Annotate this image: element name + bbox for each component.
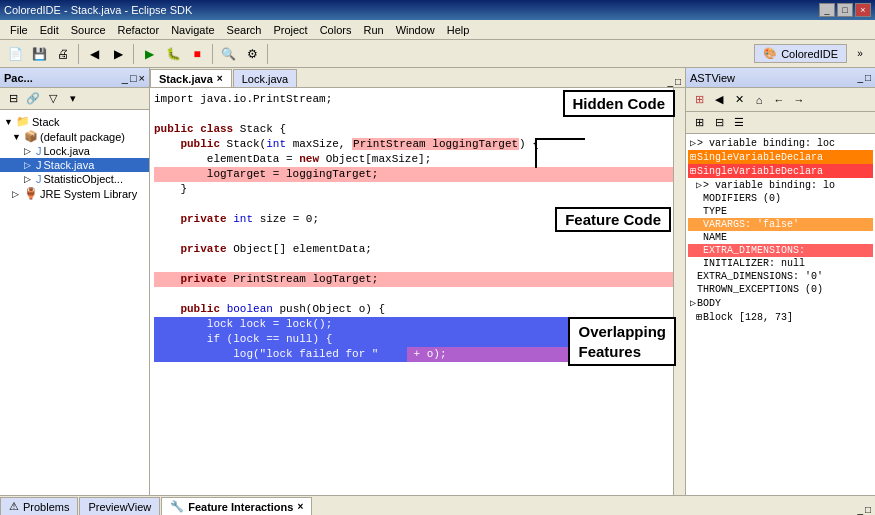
ast-item-extra-dim[interactable]: EXTRA_DIMENSIONS: xyxy=(688,244,873,257)
tab-close-icon[interactable]: × xyxy=(217,73,223,84)
bottom-panel-controls: _ □ xyxy=(853,504,875,515)
ast-expand-arrow xyxy=(690,271,696,282)
tree-item-label: JRE System Library xyxy=(40,188,137,200)
menu-refactor[interactable]: Refactor xyxy=(112,22,166,38)
collapse-all-icon[interactable]: ⊟ xyxy=(4,90,22,108)
ast-item-body[interactable]: ▷ BODY xyxy=(688,296,873,310)
run-button[interactable]: ▶ xyxy=(138,43,160,65)
minimize-panel-icon[interactable]: _ xyxy=(122,72,128,84)
save-button[interactable]: 💾 xyxy=(28,43,50,65)
tab-close-icon[interactable]: × xyxy=(297,501,303,512)
ast-item-varargs[interactable]: VARARGS: 'false' xyxy=(688,218,873,231)
ast-item-name[interactable]: NAME xyxy=(688,231,873,244)
tree-item-statistic[interactable]: ▷ J StatisticObject... xyxy=(0,172,149,186)
menu-project[interactable]: Project xyxy=(267,22,313,38)
menu-help[interactable]: Help xyxy=(441,22,476,38)
ast-item-label: MODIFIERS (0) xyxy=(703,193,781,204)
editor-scrollbar[interactable] xyxy=(673,88,685,495)
ast-item-single-var-2[interactable]: ⊞ SingleVariableDeclara xyxy=(688,164,873,178)
menu-file[interactable]: File xyxy=(4,22,34,38)
debug-button[interactable]: 🐛 xyxy=(162,43,184,65)
ast-item-block[interactable]: ⊞ Block [128, 73] xyxy=(688,310,873,324)
ast-expand-arrow: ⊞ xyxy=(690,165,696,177)
editor-tabs: Stack.java × Lock.java _ □ xyxy=(150,68,685,88)
ast-delete-icon[interactable]: ✕ xyxy=(730,91,748,109)
tree-item-stack[interactable]: ▼ 📁 Stack xyxy=(0,114,149,129)
ast-maximize-icon[interactable]: □ xyxy=(865,72,871,83)
code-block: import java.io.PrintStream; public class… xyxy=(154,92,681,362)
close-button[interactable]: × xyxy=(855,3,871,17)
menu-bar: File Edit Source Refactor Navigate Searc… xyxy=(0,20,875,40)
tree-item-lock-java[interactable]: ▷ J Lock.java xyxy=(0,144,149,158)
tab-label: Feature Interactions xyxy=(188,501,293,513)
ast-minimize-icon[interactable]: _ xyxy=(857,72,863,83)
ast-expand-icon[interactable]: ⊞ xyxy=(690,114,708,132)
ast-item-variable-binding[interactable]: ▷ > variable binding: loc xyxy=(688,136,873,150)
menu-window[interactable]: Window xyxy=(390,22,441,38)
code-line-14 xyxy=(154,287,681,302)
ast-item-extra-dim2[interactable]: EXTRA_DIMENSIONS: '0' xyxy=(688,270,873,283)
code-line-15: public boolean push(Object o) { xyxy=(154,302,681,317)
tab-lock-java[interactable]: Lock.java xyxy=(233,69,297,87)
ast-tree-icon[interactable]: ⊞ xyxy=(690,91,708,109)
ast-filter-icon[interactable]: ☰ xyxy=(730,114,748,132)
ast-nav-forward-icon[interactable]: → xyxy=(790,91,808,109)
jar-icon: 🏺 xyxy=(24,187,38,200)
java-file-icon: J xyxy=(36,173,42,185)
title-text: ColoredIDE - Stack.java - Eclipse SDK xyxy=(4,4,192,16)
toolbar-overflow[interactable]: » xyxy=(849,43,871,65)
ast-collapse-icon[interactable]: ⊟ xyxy=(710,114,728,132)
search-toolbar-button[interactable]: 🔍 xyxy=(217,43,239,65)
link-editor-icon[interactable]: 🔗 xyxy=(24,90,42,108)
forward-button[interactable]: ▶ xyxy=(107,43,129,65)
ast-item-initializer[interactable]: INITIALIZER: null xyxy=(688,257,873,270)
tab-preview-view[interactable]: PreviewView xyxy=(79,497,160,515)
tree-item-stack-java[interactable]: ▷ J Stack.java xyxy=(0,158,149,172)
menu-run[interactable]: Run xyxy=(357,22,389,38)
menu-source[interactable]: Source xyxy=(65,22,112,38)
ast-home-icon[interactable]: ⌂ xyxy=(750,91,768,109)
tab-feature-interactions[interactable]: 🔧 Feature Interactions × xyxy=(161,497,312,515)
ast-item-label: BODY xyxy=(697,298,721,309)
tab-problems[interactable]: ⚠ Problems xyxy=(0,497,78,515)
tree-item-label: Stack.java xyxy=(44,159,95,171)
maximize-button[interactable]: □ xyxy=(837,3,853,17)
code-editor[interactable]: Hidden Code import java.io.PrintStream; … xyxy=(150,88,685,495)
bottom-max-icon[interactable]: □ xyxy=(865,504,871,515)
menu-navigate[interactable]: Navigate xyxy=(165,22,220,38)
menu-colors[interactable]: Colors xyxy=(314,22,358,38)
ast-item-modifiers[interactable]: MODIFIERS (0) xyxy=(688,192,873,205)
refactor-button[interactable]: ⚙ xyxy=(241,43,263,65)
tree-item-default-package[interactable]: ▼ 📦 (default package) xyxy=(0,129,149,144)
tree-filter-icon[interactable]: ▽ xyxy=(44,90,62,108)
stop-button[interactable]: ■ xyxy=(186,43,208,65)
maximize-panel-icon[interactable]: □ xyxy=(130,72,137,84)
tree-item-jre[interactable]: ▷ 🏺 JRE System Library xyxy=(0,186,149,201)
tab-stack-java[interactable]: Stack.java × xyxy=(150,69,232,87)
ast-item-var-binding2[interactable]: ▷ > variable binding: lo xyxy=(688,178,873,192)
ast-item-label: VARARGS: 'false' xyxy=(703,219,799,230)
menu-search[interactable]: Search xyxy=(221,22,268,38)
ast-item-single-var-1[interactable]: ⊞ SingleVariableDeclara xyxy=(688,150,873,164)
ast-expand-arrow: ▷ xyxy=(696,179,702,191)
bottom-min-icon[interactable]: _ xyxy=(857,504,863,515)
ast-item-type[interactable]: TYPE xyxy=(688,205,873,218)
editor-maximize-icon[interactable]: □ xyxy=(675,76,681,87)
ast-back-icon[interactable]: ◀ xyxy=(710,91,728,109)
back-button[interactable]: ◀ xyxy=(83,43,105,65)
ast-view-panel: ASTView _ □ ⊞ ◀ ✕ ⌂ ← → ⊞ ⊟ ☰ ▷ > variab… xyxy=(685,68,875,495)
ast-nav-back-icon[interactable]: ← xyxy=(770,91,788,109)
print-button[interactable]: 🖨 xyxy=(52,43,74,65)
ast-item-thrown-exceptions[interactable]: THROWN_EXCEPTIONS (0) xyxy=(688,283,873,296)
close-panel-icon[interactable]: × xyxy=(139,72,145,84)
menu-edit[interactable]: Edit xyxy=(34,22,65,38)
tree-menu-icon[interactable]: ▾ xyxy=(64,90,82,108)
ast-item-label: SingleVariableDeclara xyxy=(697,152,823,163)
minimize-button[interactable]: _ xyxy=(819,3,835,17)
expand-icon: ▷ xyxy=(24,160,34,170)
bottom-tabs: ⚠ Problems PreviewView 🔧 Feature Interac… xyxy=(0,496,875,515)
editor-minimize-icon[interactable]: _ xyxy=(667,76,673,87)
hidden-code-arrow-h xyxy=(535,138,585,140)
toolbar: 📄 💾 🖨 ◀ ▶ ▶ 🐛 ■ 🔍 ⚙ 🎨 ColoredIDE » xyxy=(0,40,875,68)
new-button[interactable]: 📄 xyxy=(4,43,26,65)
